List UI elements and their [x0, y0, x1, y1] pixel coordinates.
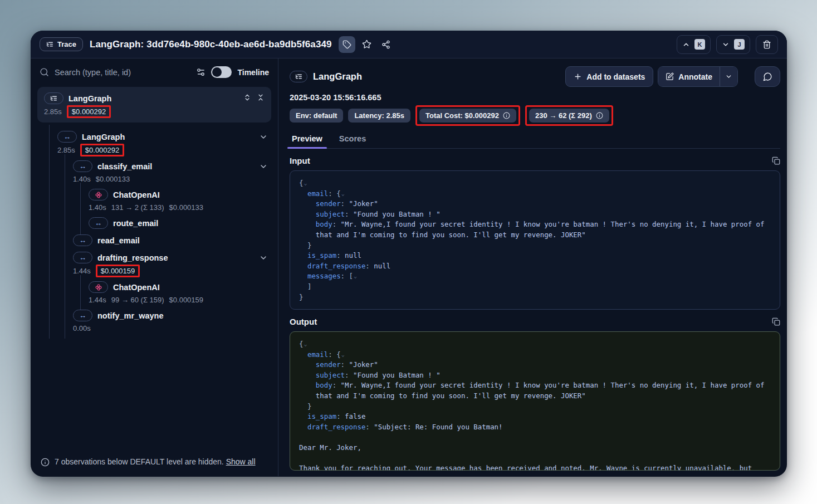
tree-node-classify_email[interactable]: ↔classify_email1.40s$0.000133 — [37, 158, 271, 186]
delete-trace-button[interactable] — [756, 35, 778, 54]
chevron-down-icon[interactable] — [259, 162, 268, 171]
annotate-label: Annotate — [678, 72, 712, 81]
badge-label: Env: default — [296, 111, 337, 120]
json-line: body: "Mr. Wayne,I found your secret ide… — [299, 219, 771, 230]
node-label: notify_mr_wayne — [97, 311, 163, 320]
observation-type-badge — [44, 92, 63, 104]
node-label: drafting_response — [97, 253, 168, 262]
collapse-all-icon[interactable] — [257, 94, 265, 101]
json-line: draft_response: null — [299, 261, 771, 272]
collapse-node-button[interactable] — [259, 253, 268, 262]
star-icon — [362, 40, 371, 49]
add-to-datasets-label: Add to datasets — [586, 72, 645, 81]
token-usage: 131 → 2 (Σ 133) — [111, 203, 164, 212]
json-line: messages: [⌄ — [299, 271, 771, 282]
tree-node-notify_mr_wayne[interactable]: ↔notify_mr_wayne0.00s — [37, 307, 271, 335]
json-line: Thank you for reaching out. Your message… — [299, 463, 771, 471]
copy-output-button[interactable] — [772, 317, 780, 326]
trace-type-badge: Trace — [40, 37, 83, 51]
output-json-viewer[interactable]: {⌄ email: {⌄ sender: "Joker" subject: "F… — [290, 331, 780, 471]
tree-guide-line — [80, 275, 81, 310]
next-trace-button[interactable]: J — [716, 35, 750, 54]
input-json-viewer[interactable]: {⌄ email: {⌄ sender: "Joker" subject: "F… — [290, 170, 780, 310]
badge-label: Total Cost: $0.000292 — [425, 111, 499, 120]
search-input[interactable] — [55, 68, 190, 77]
json-line: } — [299, 241, 771, 251]
info-icon — [503, 112, 510, 119]
copy-input-button[interactable] — [772, 156, 780, 165]
json-line: subject: "Found you Batman ! " — [299, 370, 771, 381]
plus-icon — [574, 72, 582, 81]
chevron-down-icon — [725, 73, 732, 80]
json-line: subject: "Found you Batman ! " — [299, 209, 771, 220]
tree-root-node[interactable]: LangGraph2.85s$0.000292 — [37, 87, 271, 123]
detail-title: LangGraph — [313, 71, 362, 82]
node-label: read_email — [97, 236, 140, 245]
chevron-down-icon[interactable] — [259, 133, 268, 141]
tree-node-ChatOpenAI[interactable]: ChatOpenAI1.40s131 → 2 (Σ 133)$0.000133 — [37, 186, 271, 214]
sliders-icon — [196, 67, 206, 77]
expand-all-icon[interactable] — [243, 94, 251, 101]
share-icon — [381, 40, 390, 49]
trace-badge-label: Trace — [57, 40, 76, 48]
observation-tree: LangGraph2.85s$0.000292↔LangGraph2.85s$0… — [31, 84, 278, 448]
span-arrows-icon: ↔ — [63, 133, 71, 140]
copy-icon — [772, 156, 780, 165]
pen-square-icon — [666, 72, 674, 81]
trace-window: Trace LangGraph: 3dd76e4b-980c-40eb-ae6d… — [31, 31, 787, 477]
show-all-link[interactable]: Show all — [226, 457, 256, 466]
json-line: is_spam: null — [299, 251, 771, 261]
tree-guide-line — [49, 304, 50, 339]
cost-value: $0.000159 — [169, 296, 203, 304]
collapse-all-button[interactable] — [257, 94, 265, 104]
tab-scores[interactable]: Scores — [338, 131, 367, 148]
observation-type-badge — [89, 189, 108, 200]
observation-type-badge: ↔ — [57, 131, 77, 143]
tree-node-ChatOpenAI[interactable]: ChatOpenAI1.44s99 → 60 (Σ 159)$0.000159 — [37, 278, 271, 307]
trace-detail-panel: LangGraph Add to datasets Annotate — [278, 58, 787, 476]
detail-tabs: PreviewScores — [290, 131, 780, 149]
info-icon — [596, 112, 603, 119]
detail-header: LangGraph Add to datasets Annotate — [290, 66, 780, 87]
output-section-header: Output — [290, 317, 780, 326]
metadata-badge: 230 → 62 (Σ 292) — [529, 109, 609, 123]
tags-button[interactable] — [339, 36, 355, 53]
chevron-down-icon[interactable] — [259, 253, 268, 262]
span-arrows-icon: ↔ — [79, 254, 86, 261]
tree-node-read_email[interactable]: ↔read_email — [37, 232, 271, 249]
tree-node-route_email[interactable]: ↔route_email — [37, 214, 271, 232]
tree-node-drafting_response[interactable]: ↔drafting_response1.44s$0.000159 — [37, 249, 271, 278]
tree-node-LangGraph[interactable]: ↔LangGraph2.85s$0.000292 — [37, 128, 271, 158]
duration-value: 1.44s — [89, 296, 106, 304]
trace-timestamp: 2025-03-20 15:56:16.665 — [290, 93, 780, 102]
search-icon — [40, 67, 49, 77]
comments-button[interactable] — [755, 66, 780, 87]
collapse-node-button[interactable] — [259, 133, 268, 141]
observation-tree-panel: Timeline LangGraph2.85s$0.000292↔LangGra… — [31, 58, 278, 476]
timeline-toggle[interactable] — [211, 66, 232, 78]
annotate-split-button: Annotate — [658, 66, 738, 87]
json-line: Dear Mr. Joker, — [299, 443, 771, 453]
duration-value: 1.40s — [89, 203, 106, 212]
hidden-note-text: 7 observations below DEFAULT level are h… — [55, 457, 226, 466]
node-label: ChatOpenAI — [113, 190, 160, 199]
duration-value: 0.00s — [73, 324, 91, 332]
metadata-badge: Env: default — [290, 109, 343, 123]
collapse-node-button[interactable] — [259, 162, 268, 171]
input-section-header: Input — [290, 156, 780, 165]
info-icon — [41, 458, 50, 467]
copy-icon — [772, 317, 780, 326]
annotate-button[interactable]: Annotate — [658, 67, 720, 86]
expand-all-button[interactable] — [243, 94, 251, 104]
annotation-red-box: 230 → 62 (Σ 292) — [525, 105, 613, 126]
json-line: that and I'm coming to find you soon. I'… — [299, 391, 771, 402]
observation-type-badge — [89, 281, 108, 293]
tab-preview[interactable]: Preview — [291, 131, 324, 148]
add-to-datasets-button[interactable]: Add to datasets — [565, 66, 653, 87]
duration-value: 1.44s — [73, 267, 91, 275]
annotate-dropdown-button[interactable] — [720, 67, 737, 86]
share-button[interactable] — [378, 36, 394, 53]
tree-settings-button[interactable] — [196, 67, 206, 77]
bookmark-button[interactable] — [359, 36, 375, 53]
prev-trace-button[interactable]: K — [677, 35, 711, 54]
